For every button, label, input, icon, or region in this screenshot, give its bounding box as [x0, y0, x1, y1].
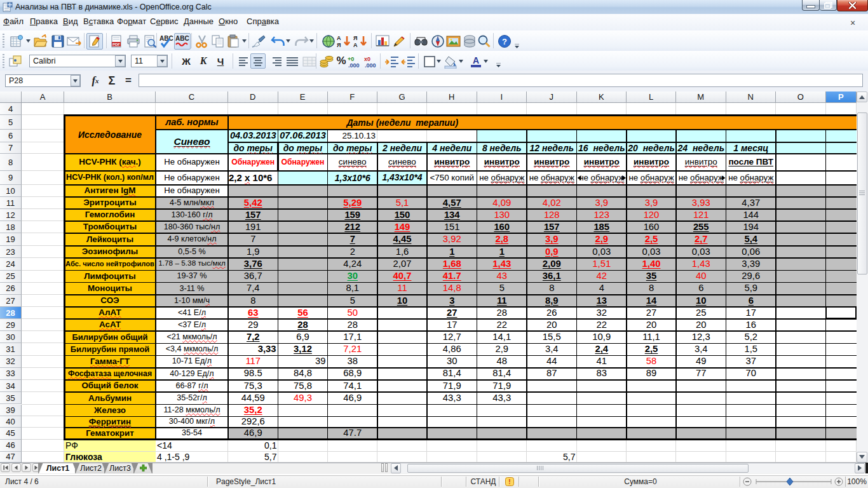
svg-text:А: А — [337, 35, 341, 41]
svg-text:+0: +0 — [348, 56, 354, 62]
svg-text:?: ? — [502, 37, 507, 46]
svg-text:PDF: PDF — [112, 43, 120, 46]
svg-text:.000: .000 — [348, 62, 360, 69]
svg-text:А: А — [353, 42, 358, 48]
svg-text:x0: x0 — [364, 56, 370, 62]
svg-text:A: A — [473, 55, 479, 65]
svg-text:Я: Я — [337, 42, 341, 48]
svg-text:.000: .000 — [365, 62, 376, 69]
svg-text:!: ! — [508, 478, 510, 485]
svg-text:ABC: ABC — [159, 35, 173, 42]
svg-text:Я: Я — [353, 35, 357, 41]
svg-text:ABC: ABC — [175, 35, 189, 42]
